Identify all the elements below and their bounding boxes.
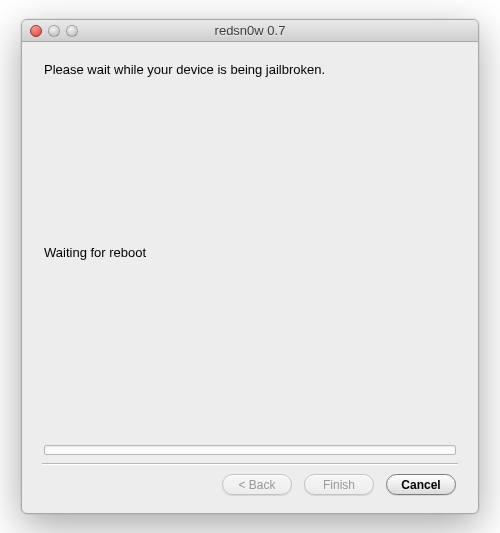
progress-area: < Back Finish Cancel — [44, 445, 456, 501]
zoom-icon — [66, 25, 78, 37]
button-row: < Back Finish Cancel — [44, 474, 456, 501]
content-area: Please wait while your device is being j… — [22, 42, 478, 513]
traffic-lights — [22, 25, 78, 37]
window: redsn0w 0.7 Please wait while your devic… — [21, 19, 479, 514]
minimize-icon — [48, 25, 60, 37]
instruction-text: Please wait while your device is being j… — [44, 62, 456, 77]
window-title: redsn0w 0.7 — [22, 23, 478, 38]
cancel-button[interactable]: Cancel — [386, 474, 456, 495]
close-icon[interactable] — [30, 25, 42, 37]
progress-bar — [44, 445, 456, 455]
back-button: < Back — [222, 474, 292, 495]
status-text: Waiting for reboot — [44, 245, 456, 260]
titlebar: redsn0w 0.7 — [22, 20, 478, 42]
finish-button: Finish — [304, 474, 374, 495]
separator — [42, 463, 458, 464]
